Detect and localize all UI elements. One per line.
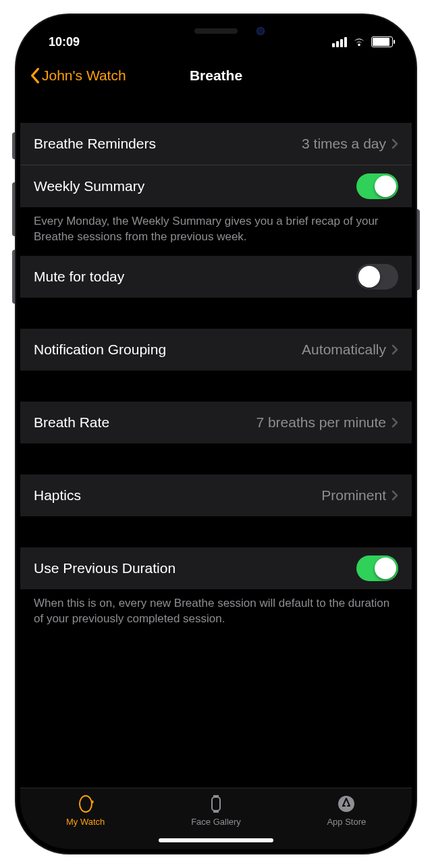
row-haptics[interactable]: Haptics Prominent xyxy=(20,474,412,516)
section-breath-rate: Breath Rate 7 breaths per minute xyxy=(20,402,412,443)
row-label: Weekly Summary xyxy=(34,178,144,194)
chevron-right-icon xyxy=(392,490,398,501)
section-footer: Every Monday, the Weekly Summary gives y… xyxy=(20,207,412,256)
phone-frame: 10:09 John's Watch Breathe xyxy=(16,15,416,853)
row-breathe-reminders[interactable]: Breathe Reminders 3 times a day xyxy=(20,123,412,165)
app-store-icon xyxy=(336,794,356,814)
row-label: Breath Rate xyxy=(34,414,109,431)
row-value: 7 breaths per minute xyxy=(256,414,386,431)
row-value: Prominent xyxy=(321,487,386,504)
row-label: Notification Grouping xyxy=(34,342,166,358)
tab-my-watch[interactable]: My Watch xyxy=(20,788,151,849)
section-mute: Mute for today xyxy=(20,256,412,298)
screen: 10:09 John's Watch Breathe xyxy=(20,19,412,849)
back-button[interactable]: John's Watch xyxy=(20,67,126,84)
row-weekly-summary: Weekly Summary xyxy=(20,165,412,207)
svg-rect-1 xyxy=(92,801,94,803)
svg-rect-3 xyxy=(213,795,219,797)
row-previous-duration: Use Previous Duration xyxy=(20,547,412,589)
section-prev-duration: Use Previous Duration xyxy=(20,547,412,589)
wifi-icon xyxy=(352,37,366,47)
chevron-right-icon xyxy=(392,417,398,428)
previous-duration-toggle[interactable] xyxy=(356,555,398,581)
home-indicator[interactable] xyxy=(159,838,273,842)
nav-bar: John's Watch Breathe xyxy=(20,57,412,94)
mute-today-toggle[interactable] xyxy=(356,264,398,290)
cellular-icon xyxy=(332,37,347,47)
section-reminders: Breathe Reminders 3 times a day Weekly S… xyxy=(20,123,412,207)
weekly-summary-toggle[interactable] xyxy=(356,173,398,199)
section-grouping: Notification Grouping Automatically xyxy=(20,329,412,371)
section-haptics: Haptics Prominent xyxy=(20,474,412,516)
svg-rect-2 xyxy=(212,797,220,811)
tab-label: My Watch xyxy=(66,817,105,827)
battery-icon xyxy=(371,36,393,47)
watch-face-icon xyxy=(206,794,226,814)
back-label: John's Watch xyxy=(42,67,126,84)
row-label: Mute for today xyxy=(34,269,124,285)
row-label: Haptics xyxy=(34,487,81,504)
status-time: 10:09 xyxy=(49,35,80,49)
tab-label: App Store xyxy=(327,817,366,827)
section-footer: When this is on, every new Breathe sessi… xyxy=(20,589,412,638)
row-breath-rate[interactable]: Breath Rate 7 breaths per minute xyxy=(20,402,412,443)
watch-icon xyxy=(76,794,96,814)
row-mute-today: Mute for today xyxy=(20,256,412,298)
chevron-right-icon xyxy=(392,344,398,355)
row-label: Breathe Reminders xyxy=(34,136,156,152)
row-label: Use Previous Duration xyxy=(34,560,176,576)
tab-app-store[interactable]: App Store xyxy=(281,788,412,849)
chevron-left-icon xyxy=(30,67,40,84)
svg-rect-4 xyxy=(213,811,219,813)
svg-point-0 xyxy=(80,796,92,812)
notch xyxy=(128,19,304,46)
chevron-right-icon xyxy=(392,138,398,149)
tab-label: Face Gallery xyxy=(191,817,241,827)
row-value: Automatically xyxy=(302,342,386,358)
row-notification-grouping[interactable]: Notification Grouping Automatically xyxy=(20,329,412,371)
row-value: 3 times a day xyxy=(302,136,386,152)
content: Breathe Reminders 3 times a day Weekly S… xyxy=(20,94,412,788)
